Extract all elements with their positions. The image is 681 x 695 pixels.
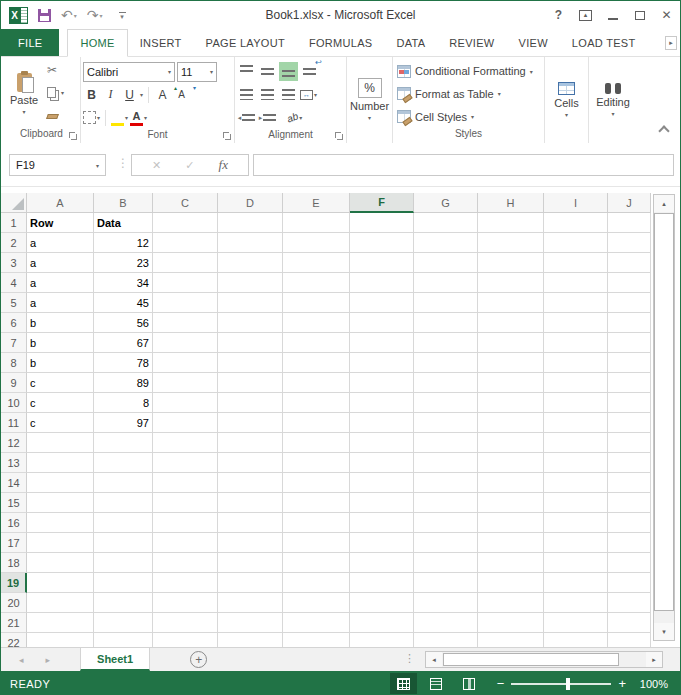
cell-I5[interactable] xyxy=(544,293,608,313)
column-header-G[interactable]: G xyxy=(414,193,478,213)
sheet-tab-sheet1[interactable]: Sheet1 xyxy=(80,648,150,671)
cell-F1[interactable] xyxy=(350,213,414,233)
cell-J11[interactable] xyxy=(608,413,651,433)
cell-B13[interactable] xyxy=(94,453,153,473)
bottom-align-button[interactable] xyxy=(279,62,298,81)
cell-styles-button[interactable]: Cell Styles ▾ xyxy=(397,107,542,127)
center-button[interactable] xyxy=(258,85,277,104)
cell-A6[interactable]: b xyxy=(27,313,94,333)
cell-C1[interactable] xyxy=(153,213,218,233)
cells-dropdown-icon[interactable]: ▾ xyxy=(565,111,568,118)
row-header-13[interactable]: 13 xyxy=(1,453,27,473)
row-header-3[interactable]: 3 xyxy=(1,253,27,273)
cell-F6[interactable] xyxy=(350,313,414,333)
cell-F5[interactable] xyxy=(350,293,414,313)
fill-color-button[interactable]: ▾ xyxy=(111,111,128,124)
cell-A8[interactable]: b xyxy=(27,353,94,373)
cell-F11[interactable] xyxy=(350,413,414,433)
cell-H1[interactable] xyxy=(478,213,544,233)
cell-F20[interactable] xyxy=(350,593,414,613)
cell-J2[interactable] xyxy=(608,233,651,253)
zoom-slider[interactable] xyxy=(511,683,611,685)
cell-F19[interactable] xyxy=(350,573,414,593)
cell-C16[interactable] xyxy=(153,513,218,533)
column-header-E[interactable]: E xyxy=(283,193,350,213)
column-header-I[interactable]: I xyxy=(544,193,608,213)
zoom-in-button[interactable]: + xyxy=(618,677,626,690)
cell-C21[interactable] xyxy=(153,613,218,633)
horizontal-scrollbar-thumb[interactable] xyxy=(443,653,619,666)
cell-B21[interactable] xyxy=(94,613,153,633)
cell-G5[interactable] xyxy=(414,293,478,313)
cell-A5[interactable]: a xyxy=(27,293,94,313)
cell-E13[interactable] xyxy=(283,453,350,473)
number-dropdown-icon[interactable]: ▾ xyxy=(368,114,371,121)
cell-J9[interactable] xyxy=(608,373,651,393)
copy-button[interactable]: ▾ xyxy=(47,84,64,100)
cell-D11[interactable] xyxy=(218,413,283,433)
undo-button[interactable]: ↶▾ xyxy=(61,7,77,23)
cell-D7[interactable] xyxy=(218,333,283,353)
row-header-8[interactable]: 8 xyxy=(1,353,27,373)
fill-color-dropdown-icon[interactable]: ▾ xyxy=(125,114,128,121)
cell-B15[interactable] xyxy=(94,493,153,513)
row-header-5[interactable]: 5 xyxy=(1,293,27,313)
font-name-dropdown-icon[interactable]: ▾ xyxy=(164,68,171,75)
cell-A15[interactable] xyxy=(27,493,94,513)
cell-C6[interactable] xyxy=(153,313,218,333)
cell-A1[interactable]: Row xyxy=(27,213,94,233)
cell-J10[interactable] xyxy=(608,393,651,413)
cell-J6[interactable] xyxy=(608,313,651,333)
row-header-7[interactable]: 7 xyxy=(1,333,27,353)
row-header-14[interactable]: 14 xyxy=(1,473,27,493)
cell-F22[interactable] xyxy=(350,633,414,647)
cell-F3[interactable] xyxy=(350,253,414,273)
cell-E16[interactable] xyxy=(283,513,350,533)
editing-button[interactable]: Editing ▾ xyxy=(591,60,635,143)
name-box[interactable]: F19 ▾ xyxy=(9,154,106,176)
prev-sheet-button[interactable]: ◂ xyxy=(19,655,24,665)
cell-I16[interactable] xyxy=(544,513,608,533)
customize-qat-button[interactable]: ▾ xyxy=(119,12,126,19)
cell-A16[interactable] xyxy=(27,513,94,533)
cell-B7[interactable]: 67 xyxy=(94,333,153,353)
cell-A7[interactable]: b xyxy=(27,333,94,353)
merge-dropdown-icon[interactable]: ▾ xyxy=(314,91,317,98)
cell-J21[interactable] xyxy=(608,613,651,633)
cell-B5[interactable]: 45 xyxy=(94,293,153,313)
cell-J17[interactable] xyxy=(608,533,651,553)
cell-B8[interactable]: 78 xyxy=(94,353,153,373)
tab-data[interactable]: DATA xyxy=(384,29,437,56)
cell-J18[interactable] xyxy=(608,553,651,573)
orientation-button[interactable]: ab▾ xyxy=(287,112,302,123)
normal-view-button[interactable] xyxy=(390,673,417,694)
cell-A13[interactable] xyxy=(27,453,94,473)
cell-I21[interactable] xyxy=(544,613,608,633)
cell-H5[interactable] xyxy=(478,293,544,313)
row-header-20[interactable]: 20 xyxy=(1,593,27,613)
cell-E15[interactable] xyxy=(283,493,350,513)
cell-G12[interactable] xyxy=(414,433,478,453)
cell-D17[interactable] xyxy=(218,533,283,553)
cell-H6[interactable] xyxy=(478,313,544,333)
excel-app-icon[interactable]: X xyxy=(9,7,28,24)
cell-C12[interactable] xyxy=(153,433,218,453)
cell-C14[interactable] xyxy=(153,473,218,493)
cell-E11[interactable] xyxy=(283,413,350,433)
cell-B18[interactable] xyxy=(94,553,153,573)
row-header-17[interactable]: 17 xyxy=(1,533,27,553)
underline-dropdown-icon[interactable]: ▾ xyxy=(140,91,143,98)
italic-button[interactable]: I xyxy=(102,85,119,104)
cell-I17[interactable] xyxy=(544,533,608,553)
cell-B10[interactable]: 8 xyxy=(94,393,153,413)
cell-G14[interactable] xyxy=(414,473,478,493)
cell-I3[interactable] xyxy=(544,253,608,273)
cell-A11[interactable]: c xyxy=(27,413,94,433)
tab-file[interactable]: FILE xyxy=(1,29,59,56)
cell-E2[interactable] xyxy=(283,233,350,253)
cell-G20[interactable] xyxy=(414,593,478,613)
font-dialog-launcher[interactable] xyxy=(223,132,231,140)
row-header-11[interactable]: 11 xyxy=(1,413,27,433)
cell-H3[interactable] xyxy=(478,253,544,273)
cell-D14[interactable] xyxy=(218,473,283,493)
